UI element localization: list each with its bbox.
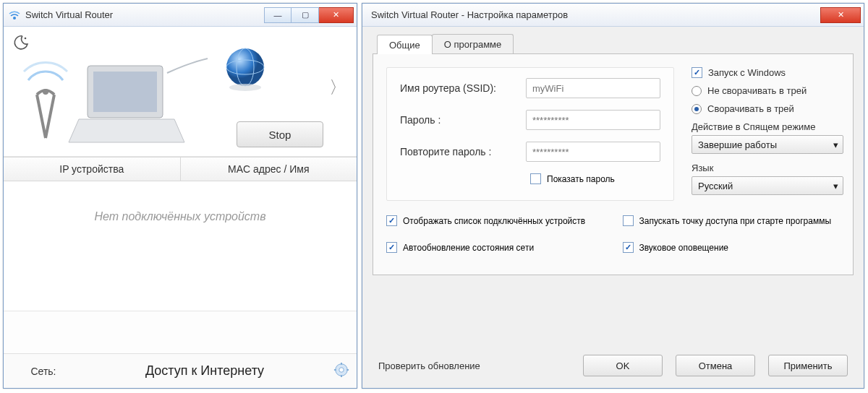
gear-icon[interactable]	[333, 362, 349, 380]
minimize-button[interactable]: —	[264, 7, 292, 23]
auto-refresh-label: Автообновление состояния сети	[403, 243, 534, 253]
sound-checkbox[interactable]: ✓	[623, 242, 634, 253]
settings-close-button[interactable]: ✕	[820, 7, 861, 23]
svg-point-8	[229, 84, 261, 91]
sound-label: Звуковое оповещение	[639, 243, 729, 253]
no-tray-radio[interactable]	[692, 86, 702, 96]
sleep-action-select[interactable]: Завершие работы ▾	[692, 135, 843, 154]
start-windows-checkbox[interactable]: ✓	[692, 67, 702, 78]
svg-point-0	[13, 17, 16, 20]
svg-point-5	[226, 48, 264, 86]
sleep-action-label: Действие в Спящем режиме	[692, 121, 843, 132]
tab-general[interactable]: Общие	[377, 35, 433, 54]
col-mac[interactable]: MAC адрес / Имя	[181, 157, 357, 181]
network-status: Доступ к Интернету	[76, 363, 333, 379]
show-devices-checkbox[interactable]: ✓	[386, 215, 397, 226]
col-ip[interactable]: IP устройства	[4, 157, 181, 181]
internet-globe-icon	[222, 46, 268, 94]
language-select[interactable]: Русский ▾	[692, 176, 843, 195]
network-label: Сеть:	[11, 366, 76, 377]
language-label: Язык	[692, 163, 843, 173]
app-icon	[8, 9, 21, 22]
dialog-buttons: Проверить обновление OK Отмена Применить	[373, 346, 854, 379]
tab-bar: Общие О программе	[373, 34, 854, 54]
apply-button[interactable]: Применить	[768, 355, 848, 376]
ok-button[interactable]: OK	[583, 355, 663, 376]
check-update-link[interactable]: Проверить обновление	[378, 360, 480, 371]
main-window: Switch Virtual Router — ▢ ✕	[3, 3, 357, 389]
laptop-broadcast-icon	[22, 51, 210, 155]
settings-window-controls: ✕	[820, 7, 861, 23]
settings-title: Switch Virtual Router - Настройка параме…	[367, 9, 816, 20]
autostart-ap-checkbox[interactable]	[623, 215, 634, 226]
window-title: Switch Virtual Router	[25, 9, 260, 20]
maximize-button[interactable]: ▢	[292, 7, 319, 23]
password2-input[interactable]	[526, 142, 660, 162]
options-column: ✓ Запуск с Windows Не сворачивать в трей…	[674, 67, 843, 201]
svg-point-2	[43, 89, 48, 95]
no-tray-label: Не сворачивать в трей	[707, 85, 807, 96]
tab-about[interactable]: О программе	[432, 34, 514, 53]
tab-page-general: Имя роутера (SSID): Пароль : Повторите п…	[373, 54, 854, 275]
table-header: IP устройства MAC адрес / Имя	[4, 157, 357, 181]
to-tray-radio[interactable]	[692, 104, 702, 114]
svg-rect-4	[93, 72, 157, 112]
window-controls: — ▢ ✕	[264, 7, 354, 23]
chevron-right-icon[interactable]: 〉	[329, 76, 346, 99]
empty-devices: Нет подключённых устройств	[4, 181, 357, 311]
chevron-down-icon: ▾	[833, 181, 838, 191]
svg-point-1	[25, 38, 27, 40]
ssid-label: Имя роутера (SSID):	[400, 82, 526, 94]
password2-label: Повторите пароль :	[400, 146, 526, 157]
auto-refresh-checkbox[interactable]: ✓	[386, 242, 397, 253]
status-illustration: 〉 Stop	[4, 27, 357, 157]
autostart-ap-label: Запускать точку доступа при старте прогр…	[639, 216, 832, 226]
password-label: Пароль :	[400, 114, 526, 126]
start-windows-label: Запуск с Windows	[708, 67, 786, 78]
status-bar: Сеть: Доступ к Интернету	[4, 353, 357, 388]
ssid-input[interactable]	[526, 78, 660, 98]
show-password-checkbox[interactable]	[530, 173, 541, 184]
settings-window: Switch Virtual Router - Настройка параме…	[362, 3, 864, 389]
cancel-button[interactable]: Отмена	[676, 355, 755, 376]
devices-table: IP устройства MAC адрес / Имя Нет подклю…	[4, 157, 357, 311]
show-password-label: Показать пароль	[547, 174, 615, 184]
router-form-group: Имя роутера (SSID): Пароль : Повторите п…	[386, 67, 674, 201]
close-button[interactable]: ✕	[319, 7, 354, 23]
main-titlebar[interactable]: Switch Virtual Router — ▢ ✕	[4, 4, 357, 27]
to-tray-label: Сворачивать в трей	[707, 103, 794, 114]
sleep-mode-icon[interactable]	[12, 34, 30, 53]
svg-point-10	[339, 368, 344, 372]
settings-titlebar[interactable]: Switch Virtual Router - Настройка параме…	[362, 4, 864, 27]
stop-button[interactable]: Stop	[237, 121, 323, 147]
chevron-down-icon: ▾	[833, 139, 838, 150]
bottom-options: ✓ Отображать список подключённых устройс…	[386, 215, 840, 260]
show-devices-label: Отображать список подключённых устройств	[403, 216, 585, 226]
password-input[interactable]	[526, 110, 660, 130]
